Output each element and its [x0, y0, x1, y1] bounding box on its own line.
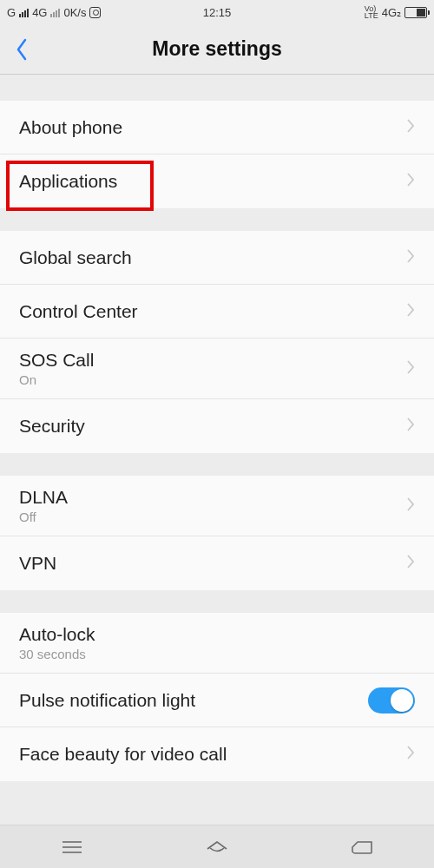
row-security[interactable]: Security	[0, 399, 434, 453]
chevron-right-icon	[406, 417, 415, 436]
row-label: About phone	[19, 117, 406, 138]
battery-icon	[404, 7, 427, 18]
chevron-right-icon	[406, 359, 415, 378]
row-label: Auto-lock	[19, 624, 415, 645]
chevron-right-icon	[406, 496, 415, 516]
menu-icon	[60, 838, 84, 856]
carrier-label: G	[7, 6, 16, 19]
row-auto-lock[interactable]: Auto-lock 30 seconds	[0, 613, 434, 674]
row-global-search[interactable]: Global search	[0, 231, 434, 285]
chevron-right-icon	[406, 554, 415, 573]
chevron-right-icon	[406, 745, 415, 764]
page-title: More settings	[0, 37, 434, 61]
group-2: Global search Control Center SOS Call On…	[0, 231, 434, 453]
back-button[interactable]	[0, 24, 43, 75]
chevron-right-icon	[406, 248, 415, 267]
row-label: Security	[19, 416, 406, 437]
nav-bar	[0, 825, 434, 868]
toggle-switch[interactable]	[368, 687, 415, 713]
signal-icon	[19, 7, 29, 17]
back-icon	[349, 838, 375, 856]
menu-button[interactable]	[42, 825, 102, 869]
row-pulse-notification[interactable]: Pulse notification light	[0, 674, 434, 727]
row-control-center[interactable]: Control Center	[0, 285, 434, 339]
settings-list: About phone Applications Global search C…	[0, 75, 434, 781]
row-label: Control Center	[19, 301, 406, 322]
row-applications[interactable]: Applications	[0, 155, 434, 208]
row-sublabel: On	[19, 372, 406, 387]
header: More settings	[0, 24, 434, 75]
chevron-right-icon	[406, 302, 415, 321]
network-label: 4G	[32, 6, 47, 19]
chevron-right-icon	[406, 172, 415, 191]
clock: 12:15	[203, 6, 232, 19]
row-sos-call[interactable]: SOS Call On	[0, 339, 434, 399]
row-label: Applications	[19, 171, 406, 192]
group-1: About phone Applications	[0, 101, 434, 208]
volte-icon: Vo)LTE	[365, 5, 378, 19]
back-nav-button[interactable]	[332, 825, 392, 869]
row-vpn[interactable]: VPN	[0, 536, 434, 590]
row-face-beauty[interactable]: Face beauty for video call	[0, 727, 434, 781]
group-4: Auto-lock 30 seconds Pulse notification …	[0, 613, 434, 781]
row-sublabel: Off	[19, 510, 406, 524]
row-label: DLNA	[19, 487, 406, 508]
group-3: DLNA Off VPN	[0, 476, 434, 590]
row-label: Global search	[19, 247, 406, 268]
chevron-left-icon	[15, 37, 29, 62]
row-sublabel: 30 seconds	[19, 647, 415, 661]
home-button[interactable]	[187, 825, 247, 869]
row-dlna[interactable]: DLNA Off	[0, 476, 434, 536]
home-icon	[204, 838, 230, 857]
chevron-right-icon	[406, 118, 415, 137]
camera-icon	[89, 7, 101, 18]
status-bar: G 4G 0K/s 12:15 Vo)LTE 4G₂	[0, 0, 434, 24]
row-label: VPN	[19, 553, 406, 574]
row-about-phone[interactable]: About phone	[0, 101, 434, 155]
row-label: Pulse notification light	[19, 690, 368, 711]
row-label: Face beauty for video call	[19, 744, 406, 765]
data-speed: 0K/s	[63, 6, 86, 19]
row-label: SOS Call	[19, 350, 406, 371]
signal-icon-2	[50, 7, 60, 17]
network-label-2: 4G₂	[382, 6, 401, 19]
